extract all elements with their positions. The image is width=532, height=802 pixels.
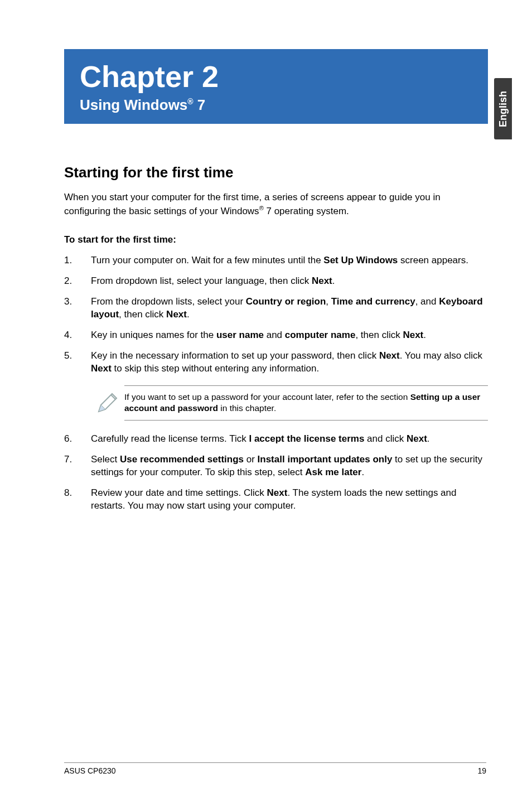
page-footer: ASUS CP6230 19: [64, 762, 486, 775]
list-item: 3. From the dropdown lists, select your …: [64, 296, 488, 321]
steps-list-1: 1. Turn your computer on. Wait for a few…: [64, 254, 488, 375]
language-tab: English: [494, 78, 512, 139]
chapter-header: Chapter 2 Using Windows® 7: [64, 49, 488, 124]
note-text: If you want to set up a password for you…: [124, 385, 488, 421]
list-item: 6. Carefully read the license terms. Tic…: [64, 433, 488, 446]
chapter-title: Chapter 2: [80, 60, 472, 93]
list-item: 8. Review your date and time settings. C…: [64, 487, 488, 513]
pencil-icon: [91, 390, 124, 415]
list-item: 5. Key in the necessary information to s…: [64, 350, 488, 375]
steps-list-2: 6. Carefully read the license terms. Tic…: [64, 433, 488, 513]
page: English Chapter 2 Using Windows® 7 Start…: [0, 0, 532, 802]
chapter-subtitle: Using Windows® 7: [80, 96, 472, 114]
list-item: 4. Key in uniques names for the user nam…: [64, 329, 488, 342]
section-heading: Starting for the first time: [64, 163, 488, 182]
note-box: If you want to set up a password for you…: [91, 385, 488, 421]
footer-right: 19: [477, 766, 486, 775]
footer-left: ASUS CP6230: [64, 766, 116, 775]
content: Starting for the first time When you sta…: [64, 163, 488, 513]
subheading: To start for the first time:: [64, 234, 488, 247]
language-tab-label: English: [497, 90, 509, 127]
list-item: 2. From dropdown list, select your langu…: [64, 275, 488, 288]
intro-paragraph: When you start your computer for the fir…: [64, 191, 488, 218]
list-item: 7. Select Use recommended settings or In…: [64, 453, 488, 479]
list-item: 1. Turn your computer on. Wait for a few…: [64, 254, 488, 267]
